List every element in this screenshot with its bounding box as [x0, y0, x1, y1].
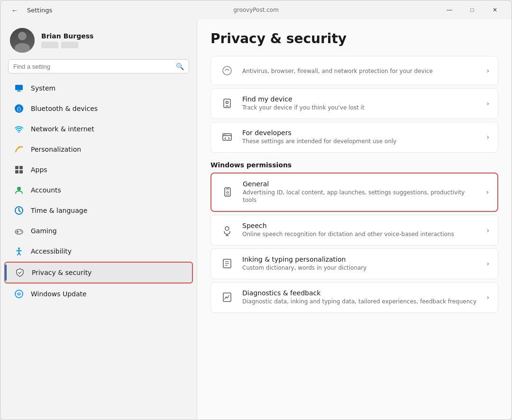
find-device-chevron: ›	[486, 100, 489, 107]
search-box[interactable]: 🔍	[8, 59, 189, 73]
settings-item-speech[interactable]: Speech Online speech recognition for dic…	[210, 215, 498, 246]
sidebar-item-personalization-label: Personalization	[31, 146, 81, 153]
find-device-icon	[219, 96, 235, 111]
sidebar-item-system[interactable]: System	[4, 78, 193, 98]
back-button[interactable]: ←	[8, 3, 21, 17]
inking-desc: Custom dictionary, words in your diction…	[242, 264, 479, 272]
settings-item-inking[interactable]: Inking & typing personalization Custom d…	[210, 248, 498, 279]
avatar	[10, 28, 35, 53]
settings-item-find-device[interactable]: Find my device Track your device if you …	[210, 88, 498, 119]
speech-desc: Online speech recognition for dictation …	[242, 230, 479, 238]
antivirus-text: Antivirus, browser, firewall, and networ…	[242, 66, 479, 75]
sidebar-item-accessibility-label: Accessibility	[31, 247, 72, 255]
antivirus-desc: Antivirus, browser, firewall, and networ…	[242, 67, 479, 75]
svg-rect-9	[19, 170, 23, 173]
apps-icon	[14, 164, 24, 175]
speech-chevron: ›	[486, 227, 489, 234]
svg-point-27	[226, 101, 229, 104]
find-device-text: Find my device Track your device if you …	[242, 95, 479, 112]
find-device-desc: Track your device if you think you've lo…	[242, 104, 479, 112]
developers-desc: These settings are intended for developm…	[242, 137, 479, 146]
svg-rect-1	[17, 91, 21, 91]
sidebar-item-gaming[interactable]: Gaming	[4, 221, 193, 241]
content-area: Brian Burgess 🔍	[0, 19, 512, 420]
minimize-button[interactable]: —	[439, 2, 460, 18]
accounts-icon	[14, 185, 24, 195]
general-icon	[220, 184, 235, 200]
svg-point-24	[15, 290, 23, 298]
sidebar-item-gaming-label: Gaming	[31, 227, 57, 235]
inking-text: Inking & typing personalization Custom d…	[242, 256, 479, 272]
sidebar: Brian Burgess 🔍	[0, 19, 197, 420]
sidebar-item-accessibility[interactable]: Accessibility	[4, 241, 193, 261]
svg-point-34	[225, 227, 229, 230]
developers-title: For developers	[242, 129, 479, 137]
close-button[interactable]: ✕	[484, 2, 506, 18]
diagnostics-desc: Diagnostic data, inking and typing data,…	[242, 298, 479, 306]
sidebar-item-bluetooth[interactable]: ⎙ Bluetooth & devices	[4, 99, 193, 119]
diagnostics-title: Diagnostics & feedback	[242, 289, 479, 297]
svg-rect-41	[223, 293, 231, 301]
svg-point-30	[224, 134, 225, 135]
antivirus-chevron: ›	[486, 67, 489, 74]
svg-point-17	[20, 230, 21, 231]
sidebar-item-network-label: Network & internet	[31, 125, 94, 133]
update-icon	[14, 289, 24, 299]
page-title: Privacy & security	[210, 31, 498, 46]
user-badges	[41, 42, 93, 48]
user-section: Brian Burgess	[0, 19, 197, 59]
user-name: Brian Burgess	[41, 32, 93, 40]
developers-chevron: ›	[486, 133, 489, 141]
find-device-title: Find my device	[242, 95, 479, 103]
sidebar-item-time[interactable]: Time & language	[4, 201, 193, 220]
title-bar-left: ← Settings	[8, 3, 52, 17]
url-bar: groovyPost.com	[233, 7, 279, 13]
settings-item-general[interactable]: General Advertising ID, local content, a…	[210, 173, 498, 212]
sidebar-item-apps-label: Apps	[31, 166, 47, 173]
svg-rect-6	[15, 166, 18, 169]
antivirus-icon	[219, 63, 235, 78]
privacy-icon	[15, 267, 25, 278]
developers-text: For developers These settings are intend…	[242, 129, 479, 146]
sidebar-item-accounts-label: Accounts	[31, 186, 61, 194]
gaming-icon	[14, 226, 24, 236]
app-title: Settings	[27, 7, 52, 14]
sidebar-item-update[interactable]: Windows Update	[4, 284, 193, 304]
svg-line-13	[19, 210, 20, 212]
title-bar: ← Settings groovyPost.com — □ ✕	[0, 0, 512, 19]
svg-point-25	[223, 66, 231, 75]
sidebar-item-update-label: Windows Update	[31, 290, 87, 298]
maximize-button[interactable]: □	[461, 2, 483, 18]
time-icon	[14, 205, 24, 216]
sidebar-item-accounts[interactable]: Accounts	[4, 180, 193, 200]
bluetooth-icon: ⎙	[14, 103, 24, 114]
inking-title: Inking & typing personalization	[242, 256, 479, 263]
inking-chevron: ›	[486, 260, 489, 267]
sidebar-item-privacy-label: Privacy & security	[32, 269, 91, 276]
general-text: General Advertising ID, local content, a…	[243, 180, 478, 205]
sidebar-item-network[interactable]: Network & internet	[4, 119, 193, 139]
sidebar-nav: System ⎙ Bluetooth & devices	[0, 78, 197, 304]
permissions-settings-list: General Advertising ID, local content, a…	[210, 173, 498, 313]
svg-text:⎙: ⎙	[17, 105, 21, 112]
top-settings-list: Antivirus, browser, firewall, and networ…	[210, 56, 498, 153]
speech-icon	[219, 223, 235, 238]
svg-rect-7	[19, 166, 23, 169]
svg-rect-8	[15, 170, 18, 173]
sidebar-item-personalization[interactable]: Personalization	[4, 139, 193, 159]
general-desc: Advertising ID, local content, app launc…	[243, 189, 478, 205]
settings-item-developers[interactable]: For developers These settings are intend…	[210, 122, 498, 153]
developers-icon	[219, 129, 235, 145]
search-input[interactable]	[13, 63, 172, 70]
inking-icon	[219, 256, 235, 271]
settings-item-diagnostics[interactable]: Diagnostics & feedback Diagnostic data, …	[210, 282, 498, 313]
sidebar-item-privacy[interactable]: Privacy & security	[4, 262, 193, 283]
sidebar-item-system-label: System	[31, 84, 55, 92]
accessibility-icon	[14, 246, 24, 256]
sidebar-item-apps[interactable]: Apps	[4, 160, 193, 180]
svg-point-18	[21, 231, 22, 232]
svg-point-5	[18, 146, 20, 148]
general-title: General	[243, 180, 478, 188]
diagnostics-chevron: ›	[486, 293, 489, 301]
settings-item-antivirus[interactable]: Antivirus, browser, firewall, and networ…	[210, 56, 498, 85]
